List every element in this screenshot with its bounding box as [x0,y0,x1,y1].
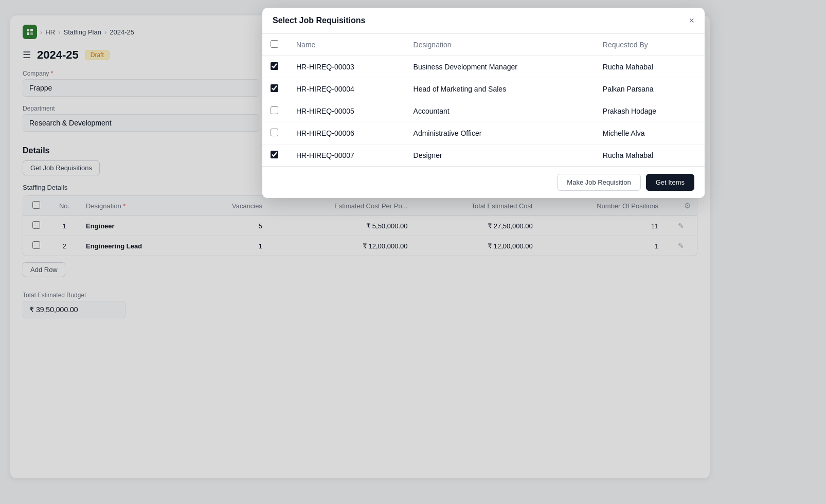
modal-table-row: HR-HIREQ-00004 Head of Marketing and Sal… [262,78,705,100]
modal-col-name: Name [288,34,405,56]
select-job-requisitions-modal: Select Job Requisitions × Name Designati… [262,8,705,198]
modal-table-row: HR-HIREQ-00005 Accountant Prakash Hodage [262,100,705,122]
modal-table-row: HR-HIREQ-00007 Designer Rucha Mahabal [262,145,705,167]
modal-row-1-checkbox[interactable] [271,84,278,92]
modal-row-2-requested-by: Prakash Hodage [595,100,705,122]
modal-row-4-requested-by: Rucha Mahabal [595,145,705,167]
modal-title: Select Job Requisitions [273,16,365,25]
modal-row-0-designation: Business Development Manager [405,56,595,78]
get-items-button[interactable]: Get Items [646,174,694,191]
modal-table-row: HR-HIREQ-00006 Administrative Officer Mi… [262,122,705,145]
modal-overlay: Select Job Requisitions × Name Designati… [0,0,826,504]
modal-row-0-requested-by: Rucha Mahabal [595,56,705,78]
modal-select-all-checkbox[interactable] [271,40,278,48]
modal-row-3-id: HR-HIREQ-00006 [288,122,405,145]
modal-row-1-requested-by: Palkan Parsana [595,78,705,100]
modal-table-wrap: Name Designation Requested By HR-HIREQ-0… [262,34,705,166]
modal-close-button[interactable]: × [689,16,694,25]
modal-row-3-checkbox[interactable] [271,129,278,136]
modal-row-2-checkbox[interactable] [271,106,278,114]
modal-row-3-requested-by: Michelle Alva [595,122,705,145]
modal-row-1-designation: Head of Marketing and Sales [405,78,595,100]
modal-row-0-checkbox[interactable] [271,62,278,70]
modal-row-2-id: HR-HIREQ-00005 [288,100,405,122]
modal-row-4-checkbox[interactable] [271,151,278,158]
modal-row-0-id: HR-HIREQ-00003 [288,56,405,78]
modal-table-row: HR-HIREQ-00003 Business Development Mana… [262,56,705,78]
modal-row-1-id: HR-HIREQ-00004 [288,78,405,100]
modal-row-3-designation: Administrative Officer [405,122,595,145]
modal-table: Name Designation Requested By HR-HIREQ-0… [262,34,705,166]
modal-col-designation: Designation [405,34,595,56]
modal-header: Select Job Requisitions × [262,8,705,34]
modal-col-requested-by: Requested By [595,34,705,56]
modal-footer: Make Job Requisition Get Items [262,166,705,198]
modal-row-4-designation: Designer [405,145,595,167]
modal-row-4-id: HR-HIREQ-00007 [288,145,405,167]
modal-row-2-designation: Accountant [405,100,595,122]
make-job-requisition-button[interactable]: Make Job Requisition [557,174,640,191]
